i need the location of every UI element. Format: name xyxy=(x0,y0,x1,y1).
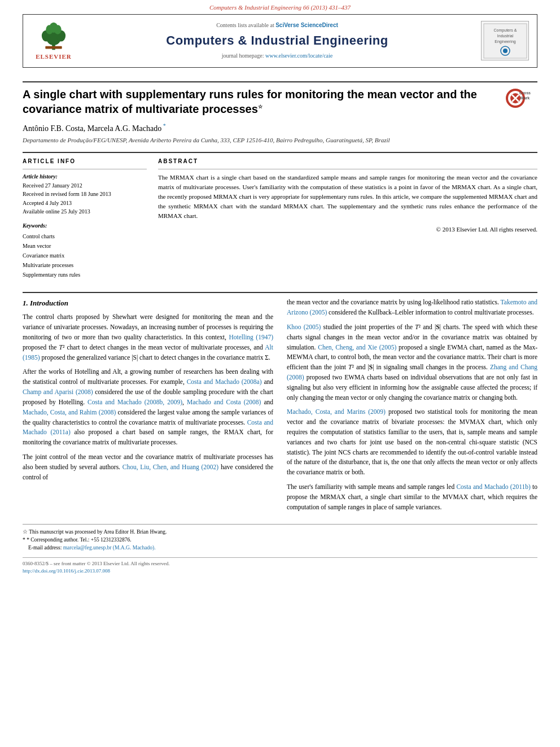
article-info-heading: ARTICLE INFO xyxy=(23,158,147,166)
history-label-row: Article history: xyxy=(23,173,147,181)
section1-title: 1. Introduction xyxy=(23,298,273,309)
body-para-r2: Khoo (2005) studied the joint properties… xyxy=(287,322,537,403)
history-received-text: Received 27 January 2012 xyxy=(23,182,82,190)
header-divider xyxy=(23,81,537,82)
footnote-area: ☆ This manuscript was processed by Area … xyxy=(23,524,537,552)
ref-chou-liu-chen-huang-2002[interactable]: Chou, Liu, Chen, and Huang (2002) xyxy=(123,464,218,470)
crossmark-icon: Cross Mark xyxy=(504,88,532,109)
history-revised-text: Received in revised form 18 June 2013 xyxy=(23,190,111,199)
footnote-corresponding: * * Corresponding author. Tel.: +55 1231… xyxy=(23,536,537,544)
body-para-r4: The user's familiarity with sample means… xyxy=(287,482,537,512)
journal-title: Computers & Industrial Engineering xyxy=(82,32,473,50)
bottom-bar: 0360-8352/$ – see front matter © 2013 El… xyxy=(23,557,537,575)
svg-text:Computers &: Computers & xyxy=(493,28,517,33)
doi-text[interactable]: http://dx.doi.org/10.1016/j.cie.2013.07.… xyxy=(23,567,537,575)
journal-citation-text: Computers & Industrial Engineering 66 (2… xyxy=(209,4,351,11)
abstract-divider xyxy=(158,169,537,169)
elsevier-tree-icon xyxy=(37,20,71,51)
history-accepted-text: Accepted 4 July 2013 xyxy=(23,199,72,208)
homepage-url[interactable]: www.elsevier.com/locate/caie xyxy=(265,53,333,59)
ref-costa-machado-2011a[interactable]: Costa and Machado (2011a) xyxy=(23,419,273,436)
elsevier-logo: ELSEVIER xyxy=(31,20,76,62)
footnote-star-text: This manuscript was processed by Area Ed… xyxy=(29,529,167,535)
title-bottom-divider xyxy=(23,152,537,153)
body-right-column: the mean vector and the covariance matri… xyxy=(287,298,537,517)
journal-citation: Computers & Industrial Engineering 66 (2… xyxy=(0,0,560,14)
history-label: Article history: xyxy=(23,173,82,181)
body-top-divider xyxy=(23,292,537,293)
keywords-list: Control charts Mean vector Covariance ma… xyxy=(23,231,147,279)
footnote-email-line: E-mail address: marcela@feg.unesp.br (M.… xyxy=(23,544,537,552)
journal-logo-right: Computers & Industrial Engineering xyxy=(478,21,529,60)
email-address[interactable]: marcela@feg.unesp.br (M.A.G. Machado). xyxy=(63,545,156,551)
email-label: E-mail address: xyxy=(28,545,62,551)
history-revised: Received in revised form 18 June 2013 xyxy=(23,190,147,199)
svg-text:Industrial: Industrial xyxy=(497,34,513,38)
body-para-r1: the mean vector and the covariance matri… xyxy=(287,298,537,318)
ref-costa-machado-2011b[interactable]: Costa and Machado (2011b) xyxy=(456,483,530,490)
ref-chen-cheng-xie-2005[interactable]: Chen, Cheng, and Xie (2005) xyxy=(318,344,396,351)
history-accepted: Accepted 4 July 2013 xyxy=(23,199,147,208)
sciverse-link[interactable]: SciVerse ScienceDirect xyxy=(275,22,338,28)
keywords-section: Keywords: Control charts Mean vector Cov… xyxy=(23,222,147,280)
ref-zhang-chang-2008[interactable]: Zhang and Chang (2008) xyxy=(287,364,537,381)
body-two-column: 1. Introduction The control charts propo… xyxy=(23,298,537,517)
author-star-marker: * xyxy=(161,123,166,129)
ref-takemoto-arizono-2005[interactable]: Takemoto and Arizono (2005) xyxy=(287,299,537,316)
journal-right-logo: Computers & Industrial Engineering xyxy=(481,21,529,60)
homepage-label: journal homepage: xyxy=(222,53,264,59)
ref-hotelling-1947[interactable]: Hotelling (1947) xyxy=(229,334,273,340)
article-info-area: ARTICLE INFO Article history: Received 2… xyxy=(23,158,537,280)
abstract-content: The MRMAX chart is a single chart based … xyxy=(158,174,537,219)
footnote-star-symbol: ☆ xyxy=(23,529,28,535)
body-para-3: The joint control of the mean vector and… xyxy=(23,452,273,482)
svg-rect-7 xyxy=(45,46,62,49)
keyword-multivariate: Multivariate processes xyxy=(23,260,147,270)
email-indent xyxy=(23,545,28,551)
body-para-r3: Machado, Costa, and Marins (2009) propos… xyxy=(287,407,537,478)
ref-khoo-2005[interactable]: Khoo (2005) xyxy=(287,324,321,330)
abstract-text: The MRMAX chart is a single chart based … xyxy=(158,173,537,234)
title-star: ☆ xyxy=(258,104,262,110)
ref-costa-machado-2008b[interactable]: Costa and Machado (2008b, 2009) xyxy=(88,399,182,405)
history-online-text: Available online 25 July 2013 xyxy=(23,208,90,216)
sciverse-text: Contents lists available at xyxy=(216,22,274,28)
authors-line: Antônio F.B. Costa, Marcela A.G. Machado… xyxy=(23,122,537,134)
ref-costa-machado-2008a[interactable]: Costa and Machado (2008a) xyxy=(187,378,262,385)
abstract-heading: ABSTRACT xyxy=(158,158,537,166)
journal-center-info: Contents lists available at SciVerse Sci… xyxy=(82,21,473,60)
footnote-star2-symbol: * xyxy=(23,537,25,543)
svg-text:Cross: Cross xyxy=(519,91,531,95)
ref-machado-costa-marins-2009[interactable]: Machado, Costa, and Marins (2009) xyxy=(287,408,386,415)
footnote-corresponding-text: * Corresponding author. Tel.: +55 123123… xyxy=(27,537,132,543)
article-info-left-panel: ARTICLE INFO Article history: Received 2… xyxy=(23,158,147,280)
abstract-panel: ABSTRACT The MRMAX chart is a single cha… xyxy=(158,158,537,280)
affiliation-text: Departamento de Produção/FEG/UNESP, Aven… xyxy=(23,136,537,145)
history-online: Available online 25 July 2013 xyxy=(23,208,147,216)
svg-point-6 xyxy=(50,23,58,33)
keywords-label: Keywords: xyxy=(23,222,147,230)
body-para-2: After the works of Hotelling and Alt, a … xyxy=(23,367,273,448)
sciverse-line: Contents lists available at SciVerse Sci… xyxy=(82,21,473,30)
author-names: Antônio F.B. Costa, Marcela A.G. Machado xyxy=(23,124,161,133)
issn-text: 0360-8352/$ – see front matter © 2013 El… xyxy=(23,560,537,567)
journal-homepage: journal homepage: www.elsevier.com/locat… xyxy=(82,52,473,60)
ref-machado-costa-2008[interactable]: Machado and Costa (2008) xyxy=(187,399,261,405)
article-title-text: A single chart with supplementary runs r… xyxy=(23,88,477,115)
keyword-control-charts: Control charts xyxy=(23,231,147,241)
article-history-section: Article history: Received 27 January 201… xyxy=(23,173,147,216)
article-title-container: A single chart with supplementary runs r… xyxy=(23,87,537,116)
body-para-1: The control charts proposed by Shewhart … xyxy=(23,312,273,362)
body-area: 1. Introduction The control charts propo… xyxy=(0,279,560,517)
keyword-covariance-matrix: Covariance matrix xyxy=(23,251,147,260)
info-divider xyxy=(23,169,147,169)
svg-point-13 xyxy=(503,49,508,53)
svg-text:Mark: Mark xyxy=(520,96,530,100)
ref-champ-aparisi-2008[interactable]: Champ and Aparisi (2008) xyxy=(23,388,93,395)
ref-machado-costa-rahim-2008[interactable]: Machado, Costa, and Rahim (2008) xyxy=(23,409,116,416)
body-and-word: and xyxy=(264,399,273,405)
copyright-text: © 2013 Elsevier Ltd. All rights reserved… xyxy=(158,225,537,234)
crossmark-badge[interactable]: Cross Mark xyxy=(499,87,537,110)
body-left-column: 1. Introduction The control charts propo… xyxy=(23,298,273,517)
history-received: Received 27 January 2012 xyxy=(23,182,147,190)
